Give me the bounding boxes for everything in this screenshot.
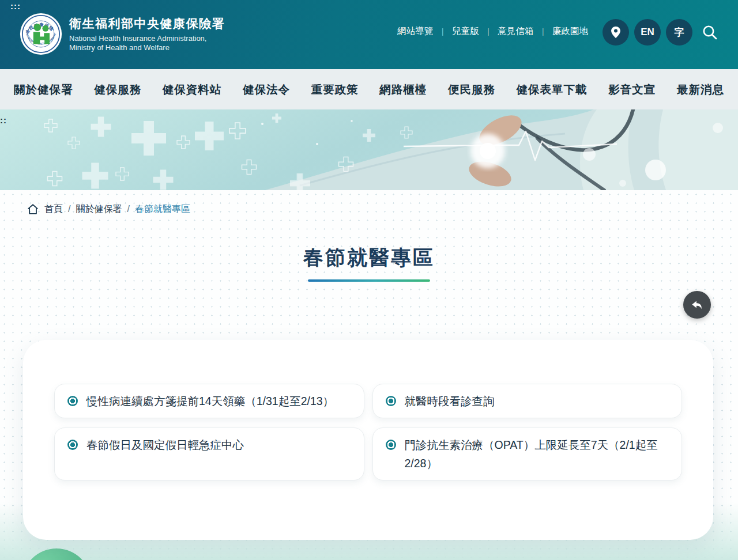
nav-item-online-counter[interactable]: 網路櫃檯 (379, 82, 427, 97)
nav-item-policies[interactable]: 重要政策 (311, 82, 359, 97)
quick-links-grid: 慢性病連續處方箋提前14天領藥（1/31起至2/13） 就醫時段看診查詢 春節假… (54, 384, 682, 480)
title-underline (308, 279, 430, 282)
org-name-en: National Health Insurance Administration… (69, 34, 225, 52)
link-integrity-zone[interactable]: 廉政園地 (552, 25, 588, 37)
main-nav: 關於健保署 健保服務 健保資料站 健保法令 重要政策 網路櫃檯 便民服務 健保表… (0, 69, 738, 109)
home-icon[interactable] (27, 203, 39, 215)
content-card: 慢性病連續處方箋提前14天領藥（1/31起至2/13） 就醫時段看診查詢 春節假… (23, 340, 713, 540)
nhi-logo-seal: 全民健康保險 NATIONAL HEALTH INSURANCE (20, 13, 62, 55)
font-size-button[interactable]: 字 (666, 19, 692, 46)
link-sitemap[interactable]: 網站導覽 (397, 25, 433, 37)
separator: ｜ (485, 27, 492, 37)
back-button[interactable] (683, 291, 711, 319)
quick-link-chronic-prescription[interactable]: 慢性病連續處方箋提前14天領藥（1/31起至2/13） (54, 384, 364, 418)
quick-link-label: 門診抗生素治療（OPAT）上限延長至7天（2/1起至2/28） (405, 436, 669, 472)
page-title: 春節就醫專區 (0, 244, 738, 271)
nav-item-services[interactable]: 健保服務 (94, 82, 141, 97)
nav-item-laws[interactable]: 健保法令 (243, 82, 290, 97)
quick-link-label: 就醫時段看診查詢 (405, 392, 495, 410)
header-action-buttons: EN 字 (603, 19, 722, 46)
search-button[interactable] (698, 19, 722, 46)
breadcrumb: 首頁 / 關於健保署 / 春節就醫專區 (27, 203, 190, 215)
nav-item-about[interactable]: 關於健保署 (14, 82, 73, 97)
org-name-zh: 衛生福利部中央健康保險署 (69, 16, 225, 32)
breadcrumb-current: 春節就醫專區 (135, 203, 190, 215)
location-button[interactable] (603, 19, 629, 46)
quick-link-opat-extension[interactable]: 門診抗生素治療（OPAT）上限延長至7天（2/1起至2/28） (372, 427, 683, 480)
breadcrumb-section[interactable]: 關於健保署 (76, 203, 122, 215)
link-mailbox[interactable]: 意見信箱 (498, 25, 533, 37)
nav-item-data-station[interactable]: 健保資料站 (163, 82, 222, 97)
search-icon (701, 24, 718, 41)
bullet-icon (67, 396, 78, 406)
accessibility-anchor-header[interactable]: ::: (10, 1, 21, 11)
location-pin-icon (610, 26, 622, 39)
quick-link-label: 春節假日及國定假日輕急症中心 (86, 436, 244, 454)
hero-banner-image (0, 109, 738, 190)
nav-item-forms-download[interactable]: 健保表單下載 (517, 82, 588, 97)
bullet-icon (67, 440, 78, 450)
brand[interactable]: 全民健康保險 NATIONAL HEALTH INSURANCE 衛生福利部中央… (20, 13, 225, 55)
nav-item-news[interactable]: 最新消息 (677, 82, 724, 97)
language-button[interactable]: EN (634, 19, 661, 46)
nav-item-convenience[interactable]: 便民服務 (448, 82, 495, 97)
bullet-icon (386, 440, 396, 450)
bullet-icon (386, 396, 396, 406)
separator: ｜ (539, 27, 547, 37)
utility-nav: 網站導覽 ｜ 兒童版 ｜ 意見信箱 ｜ 廉政園地 (397, 25, 588, 37)
accessibility-anchor-content[interactable]: ::: (0, 115, 7, 125)
breadcrumb-home[interactable]: 首頁 (44, 203, 63, 215)
site-header: ::: 全民健康保險 NATIONAL HEALTH INSURANCE (0, 0, 738, 69)
hero-banner: ::: (0, 109, 738, 190)
nav-item-media[interactable]: 影音文宣 (608, 82, 656, 97)
breadcrumb-separator: / (127, 204, 129, 214)
separator: ｜ (439, 27, 446, 37)
breadcrumb-separator: / (68, 204, 70, 214)
link-kids-version[interactable]: 兒童版 (452, 25, 479, 37)
quick-link-holiday-urgent-care[interactable]: 春節假日及國定假日輕急症中心 (54, 427, 364, 480)
quick-link-label: 慢性病連續處方箋提前14天領藥（1/31起至2/13） (86, 392, 334, 410)
quick-link-clinic-hours-query[interactable]: 就醫時段看診查詢 (372, 384, 683, 418)
reply-arrow-icon (690, 297, 705, 312)
